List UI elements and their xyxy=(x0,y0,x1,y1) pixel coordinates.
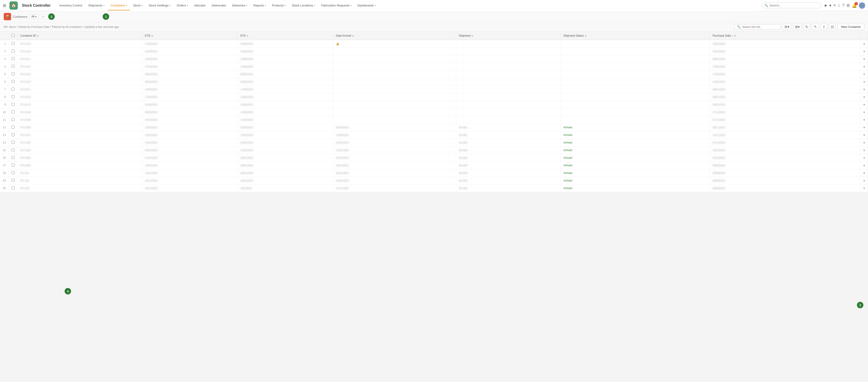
row-expand-cell[interactable]: ▾ xyxy=(861,139,868,146)
list-search-input[interactable] xyxy=(742,25,778,29)
row-expand-cell[interactable]: ▾ xyxy=(861,169,868,177)
row-expand-icon[interactable]: ▾ xyxy=(863,118,865,121)
row-checkbox[interactable] xyxy=(11,42,14,45)
shipment-cell[interactable]: SH-002 xyxy=(456,139,560,146)
row-expand-cell[interactable]: ▾ xyxy=(861,124,868,131)
nav-stock-holdings[interactable]: Stock Holdings ▾ xyxy=(146,1,174,10)
nav-deliverator[interactable]: Deliverator xyxy=(209,1,229,10)
row-checkbox-cell[interactable] xyxy=(9,86,18,93)
col-checkbox[interactable] xyxy=(9,32,18,40)
chevron-down-icon[interactable]: ▾ xyxy=(829,3,831,8)
container-id-cell[interactable]: PO-0118 xyxy=(18,93,142,101)
notification-bell[interactable]: 🔔 1 xyxy=(852,3,857,8)
row-checkbox[interactable] xyxy=(11,110,14,113)
row-checkbox[interactable] xyxy=(11,65,14,68)
view-toggle-btn[interactable]: ⊞▾ xyxy=(793,24,802,30)
filter-chip-all[interactable]: All ▾ xyxy=(29,14,38,19)
shipment-cell[interactable]: SH-004 xyxy=(456,177,560,184)
row-checkbox[interactable] xyxy=(11,156,14,159)
row-expand-icon[interactable]: ▾ xyxy=(863,164,865,167)
container-id-cell[interactable]: PO-0107 xyxy=(18,131,142,139)
row-expand-cell[interactable]: ▾ xyxy=(861,55,868,63)
avatar[interactable]: U xyxy=(859,2,865,9)
row-expand-icon[interactable]: ▾ xyxy=(863,148,865,152)
row-expand-icon[interactable]: ▾ xyxy=(863,72,865,76)
shipment-cell[interactable]: SH-003 xyxy=(456,162,560,169)
nav-deliveries[interactable]: Deliveries ▾ xyxy=(229,1,250,10)
container-id-cell[interactable]: PO-0117 xyxy=(18,55,142,63)
container-id-cell[interactable]: PO-100 xyxy=(18,184,142,192)
row-expand-cell[interactable]: ▾ xyxy=(861,162,868,169)
row-expand-cell[interactable]: ▾ xyxy=(861,86,868,93)
row-checkbox-cell[interactable] xyxy=(9,154,18,162)
nav-allocator[interactable]: Allocator xyxy=(191,1,209,10)
row-checkbox[interactable] xyxy=(11,186,14,189)
row-expand-icon[interactable]: ▾ xyxy=(863,126,865,129)
row-expand-cell[interactable]: ▾ xyxy=(861,177,868,184)
col-date-arrived[interactable]: Date Arrived ⇅ xyxy=(333,32,456,40)
row-expand-icon[interactable]: ▾ xyxy=(863,42,865,46)
row-checkbox-cell[interactable] xyxy=(9,93,18,101)
row-checkbox-cell[interactable] xyxy=(9,101,18,108)
row-checkbox[interactable] xyxy=(11,80,14,83)
row-checkbox[interactable] xyxy=(11,103,14,106)
row-expand-icon[interactable]: ▾ xyxy=(863,95,865,99)
edit-btn[interactable]: ✎ xyxy=(812,24,818,30)
container-id-cell[interactable]: PO-0113 xyxy=(18,101,142,108)
list-search[interactable]: 🔍 xyxy=(735,24,780,30)
nav-reports[interactable]: Reports ▾ xyxy=(251,1,269,10)
shipment-cell[interactable]: SH-001 xyxy=(456,124,560,131)
row-checkbox-cell[interactable] xyxy=(9,116,18,124)
row-expand-cell[interactable]: ▾ xyxy=(861,184,868,192)
row-checkbox-cell[interactable] xyxy=(9,146,18,154)
row-expand-cell[interactable]: ▾ xyxy=(861,116,868,124)
row-checkbox[interactable] xyxy=(11,171,14,174)
container-id-cell[interactable]: PO-0106 xyxy=(18,124,142,131)
row-expand-icon[interactable]: ▾ xyxy=(863,141,865,144)
container-id-cell[interactable]: PO-0103 xyxy=(18,162,142,169)
row-expand-cell[interactable]: ▾ xyxy=(861,70,868,78)
container-id-cell[interactable]: PO-0115 xyxy=(18,63,142,70)
row-checkbox[interactable] xyxy=(11,118,14,121)
row-checkbox-cell[interactable] xyxy=(9,124,18,131)
nav-inventory-control[interactable]: Inventory Control xyxy=(57,1,85,10)
row-checkbox[interactable] xyxy=(11,133,14,136)
row-expand-icon[interactable]: ▾ xyxy=(863,88,865,91)
global-search[interactable]: 🔍 xyxy=(762,3,822,8)
row-checkbox-cell[interactable] xyxy=(9,55,18,63)
shipment-cell[interactable]: SH-004 xyxy=(456,169,560,177)
row-checkbox-cell[interactable] xyxy=(9,48,18,55)
settings-icon[interactable]: ⚙ xyxy=(846,3,850,8)
row-checkbox-cell[interactable] xyxy=(9,169,18,177)
row-expand-icon[interactable]: ▾ xyxy=(863,171,865,175)
row-expand-cell[interactable]: ▾ xyxy=(861,101,868,108)
shipment-cell[interactable]: SH-003 xyxy=(456,146,560,154)
home-icon[interactable]: ⌂ xyxy=(838,3,840,8)
nav-shipments[interactable]: Shipments ▾ xyxy=(85,1,107,10)
row-checkbox-cell[interactable] xyxy=(9,131,18,139)
row-expand-icon[interactable]: ▾ xyxy=(863,156,865,160)
row-expand-icon[interactable]: ▾ xyxy=(863,65,865,68)
row-checkbox-cell[interactable] xyxy=(9,40,18,48)
row-expand-icon[interactable]: ▾ xyxy=(863,49,865,53)
container-id-cell[interactable]: PO-102 xyxy=(18,177,142,184)
row-expand-icon[interactable]: ▾ xyxy=(863,133,865,137)
row-expand-icon[interactable]: ▾ xyxy=(863,110,865,114)
row-expand-icon[interactable]: ▾ xyxy=(863,186,865,190)
nav-fabrication-requests[interactable]: Fabrication Requests ▾ xyxy=(318,1,354,10)
row-expand-cell[interactable]: ▾ xyxy=(861,108,868,116)
nav-containers[interactable]: Containers ▾ xyxy=(108,1,130,10)
row-expand-cell[interactable]: ▾ xyxy=(861,78,868,86)
row-expand-cell[interactable]: ▾ xyxy=(861,93,868,101)
row-checkbox[interactable] xyxy=(11,49,14,53)
row-expand-cell[interactable]: ▾ xyxy=(861,48,868,55)
filter-btn[interactable]: ⊟ xyxy=(829,24,836,30)
row-expand-cell[interactable]: ▾ xyxy=(861,146,868,154)
row-expand-cell[interactable]: ▾ xyxy=(861,40,868,48)
row-checkbox-cell[interactable] xyxy=(9,70,18,78)
col-shipment[interactable]: Shipment ⇅ xyxy=(456,32,560,40)
col-etd[interactable]: ETD ⇅ xyxy=(142,32,238,40)
shipment-cell[interactable]: SH-003 xyxy=(456,154,560,162)
nav-dashboards[interactable]: Dashboards ▾ xyxy=(355,1,379,10)
row-expand-cell[interactable]: ▾ xyxy=(861,154,868,162)
